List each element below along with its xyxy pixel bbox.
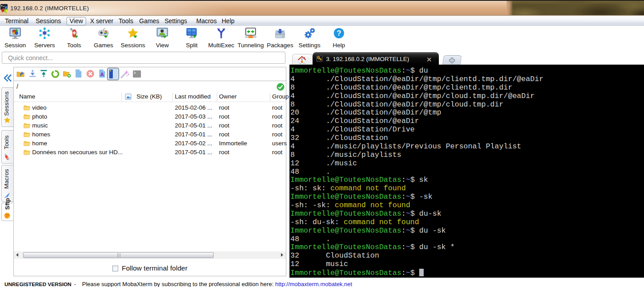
svg-text:?: ? (337, 29, 341, 37)
svg-text:A: A (100, 72, 104, 77)
